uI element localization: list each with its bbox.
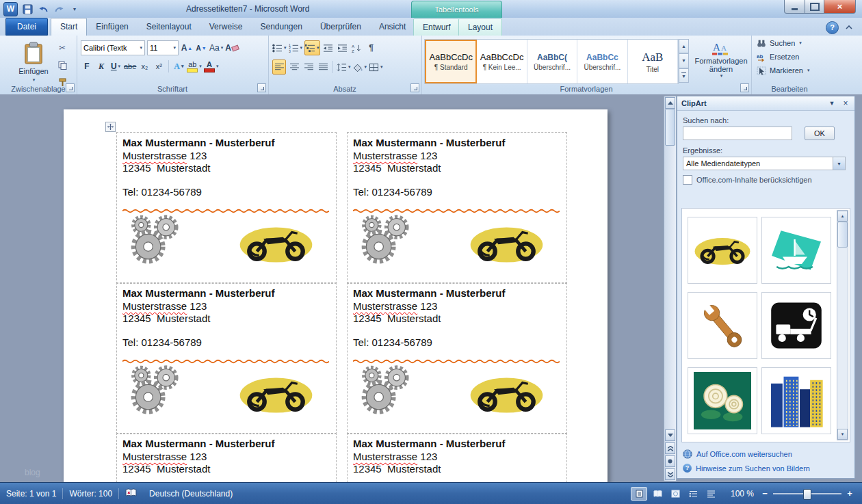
previous-page-icon[interactable] xyxy=(665,442,675,454)
styles-dialog-launcher-icon[interactable] xyxy=(740,83,749,92)
paragraph-dialog-launcher-icon[interactable] xyxy=(410,83,419,92)
styles-scroll-up-icon[interactable]: ▲ xyxy=(679,39,689,53)
label-cell[interactable]: Max Mustermann - Musterberuf Musterstras… xyxy=(347,282,567,434)
results-scrollbar[interactable]: ▲ ▼ xyxy=(837,210,848,440)
maximize-button[interactable] xyxy=(805,0,824,14)
ribbon-collapse-icon[interactable] xyxy=(844,23,854,32)
line-spacing-button[interactable]: ▾ xyxy=(337,60,351,74)
strikethrough-button[interactable]: abe xyxy=(124,59,136,73)
bullets-button[interactable]: ▾ xyxy=(272,41,287,55)
label-cell[interactable]: Max Mustermann - Musterberuf Musterstras… xyxy=(116,132,337,284)
font-size-combo[interactable]: 11▾ xyxy=(147,40,179,55)
select-button[interactable]: Markieren▾ xyxy=(757,64,828,77)
clipart-ok-button[interactable]: OK xyxy=(805,127,835,140)
highlight-color-button[interactable]: ab▾ xyxy=(187,59,202,73)
clipart-thumb-tow-truck[interactable] xyxy=(761,292,831,359)
minimize-button[interactable] xyxy=(784,0,805,14)
styles-scroll-down-icon[interactable]: ▼ xyxy=(679,53,689,68)
cut-button[interactable]: ✂ xyxy=(56,41,68,55)
tab-start[interactable]: Start xyxy=(51,18,87,36)
clipart-thumb-ship[interactable] xyxy=(761,217,831,284)
gears-clipart[interactable] xyxy=(354,361,419,418)
motorcycle-clipart[interactable] xyxy=(233,371,319,419)
help-icon[interactable]: ? xyxy=(826,21,839,34)
style-standard[interactable]: AaBbCcDc ¶ Standard xyxy=(425,40,477,83)
table-move-handle-icon[interactable] xyxy=(105,122,116,132)
word-logo-icon[interactable]: W xyxy=(3,2,18,16)
motorcycle-clipart[interactable] xyxy=(464,220,549,269)
media-type-dropdown[interactable]: Alle Mediendateitypen ▼ xyxy=(683,157,846,170)
officecom-checkbox[interactable] xyxy=(683,175,692,185)
numbering-button[interactable]: 123▾ xyxy=(289,41,303,55)
close-button[interactable]: × xyxy=(824,0,856,14)
zoom-slider-thumb[interactable] xyxy=(803,489,811,500)
context-tab-group-tabellentools[interactable]: Tabellentools xyxy=(411,1,502,18)
zoom-slider[interactable] xyxy=(773,488,841,499)
underline-button[interactable]: U▾ xyxy=(109,59,122,73)
page-indicator[interactable]: Seite: 1 von 1 xyxy=(0,489,62,499)
label-cell[interactable]: Max Mustermann - Musterberuf Musterstras… xyxy=(116,433,337,483)
zoom-out-button[interactable]: − xyxy=(759,488,770,499)
next-page-icon[interactable] xyxy=(665,468,675,480)
view-draft-button[interactable] xyxy=(703,488,718,500)
scroll-down-icon[interactable] xyxy=(665,429,675,441)
bold-button[interactable]: F xyxy=(81,59,93,73)
document-scrollbar[interactable] xyxy=(664,96,677,481)
select-browse-object-icon[interactable] xyxy=(665,455,675,467)
text-effects-button[interactable]: A▾ xyxy=(172,59,185,73)
view-print-layout-button[interactable] xyxy=(631,487,647,501)
styles-more-icon[interactable]: ▼ xyxy=(679,68,689,83)
language-indicator[interactable]: Deutsch (Deutschland) xyxy=(143,489,239,499)
label-cell[interactable]: Max Mustermann - Musterberuf Musterstras… xyxy=(347,433,567,483)
font-color-button[interactable]: A▾ xyxy=(204,59,219,73)
tab-verweise[interactable]: Verweise xyxy=(200,18,252,36)
scrollbar-thumb[interactable] xyxy=(665,109,675,146)
clear-formatting-button[interactable]: A xyxy=(225,41,239,55)
motorcycle-clipart[interactable] xyxy=(233,220,319,269)
view-outline-button[interactable] xyxy=(685,488,701,500)
shrink-font-button[interactable]: A▼ xyxy=(195,41,207,55)
qat-dropdown-icon[interactable]: ▾ xyxy=(68,3,81,16)
decrease-indent-button[interactable] xyxy=(322,41,335,55)
gears-clipart[interactable] xyxy=(124,361,189,418)
pane-menu-icon[interactable]: ▼ xyxy=(827,100,837,107)
zoom-in-button[interactable]: + xyxy=(844,488,855,499)
results-scroll-up-icon[interactable]: ▲ xyxy=(837,211,848,222)
align-right-button[interactable] xyxy=(302,60,315,74)
tab-sendungen[interactable]: Sendungen xyxy=(251,18,311,36)
redo-icon[interactable] xyxy=(53,3,65,16)
show-paragraph-marks-button[interactable]: ¶ xyxy=(365,41,378,55)
gears-clipart[interactable] xyxy=(124,211,189,267)
align-center-button[interactable] xyxy=(288,60,300,74)
increase-indent-button[interactable] xyxy=(337,41,349,55)
motorcycle-clipart[interactable] xyxy=(464,371,549,419)
style-kein-leerraum[interactable]: AaBbCcDc ¶ Kein Lee... xyxy=(477,40,527,83)
justify-button[interactable] xyxy=(317,60,329,74)
results-scroll-down-icon[interactable]: ▼ xyxy=(837,429,848,440)
tab-einfuegen[interactable]: Einfügen xyxy=(87,18,137,36)
tab-entwurf[interactable]: Entwurf xyxy=(413,18,460,36)
style-ueberschrift-2[interactable]: AaBbCc Überschrif... xyxy=(577,40,627,83)
gears-clipart[interactable] xyxy=(354,211,419,267)
grow-font-button[interactable]: A▲ xyxy=(181,41,193,55)
clipboard-dialog-launcher-icon[interactable] xyxy=(66,83,75,92)
tab-layout[interactable]: Layout xyxy=(458,18,502,36)
tab-seitenlayout[interactable]: Seitenlayout xyxy=(138,18,200,36)
change-case-button[interactable]: Aa▾ xyxy=(209,41,223,55)
tab-ueberpruefen[interactable]: Überprüfen xyxy=(311,18,370,36)
officecom-search-link[interactable]: Auf Office.com weitersuchen xyxy=(683,449,792,459)
label-cell[interactable]: Max Mustermann - Musterberuf Musterstras… xyxy=(347,132,567,284)
zoom-level[interactable]: 100 % xyxy=(721,489,757,499)
view-fullscreen-button[interactable] xyxy=(650,488,665,500)
save-icon[interactable] xyxy=(21,3,34,16)
change-styles-button[interactable]: AA Formatvorlagen ändern ▾ xyxy=(694,39,748,85)
shading-button[interactable]: ▾ xyxy=(353,60,367,74)
style-ueberschrift-1[interactable]: AaBbC( Überschrif... xyxy=(527,40,577,83)
view-web-layout-button[interactable] xyxy=(668,488,683,500)
find-button[interactable]: Suchen▾ xyxy=(757,37,828,49)
tab-datei[interactable]: Datei xyxy=(5,18,48,36)
sort-button[interactable]: AZ xyxy=(351,41,363,55)
superscript-button[interactable]: x² xyxy=(153,59,165,73)
borders-button[interactable]: ▾ xyxy=(369,60,383,74)
clipart-thumb-roses[interactable] xyxy=(688,367,757,434)
